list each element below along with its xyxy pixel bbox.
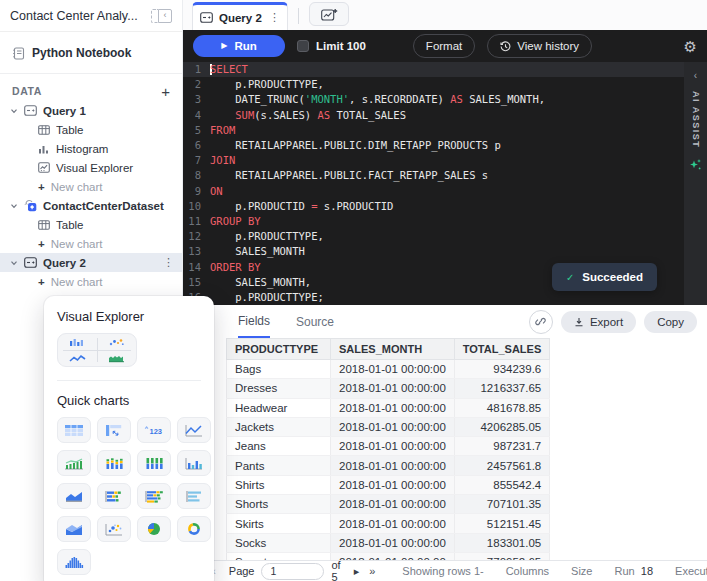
cell: Jackets [227,417,331,436]
limit-checkbox[interactable] [297,40,309,52]
code-line[interactable]: 13 SALES_MONTH [183,244,684,259]
code-line[interactable]: 8 RETAILAPPAREL.PUBLIC.FACT_RETAPP_SALES… [183,168,684,183]
table-row[interactable]: Bags2018-01-01 00:00:00934239.6 [227,360,550,379]
table-row[interactable]: Jeans2018-01-01 00:00:00987231.7 [227,437,550,456]
code-line[interactable]: 9ON [183,184,684,199]
link-button[interactable] [529,310,553,334]
sidebar-item-dataset-new-chart[interactable]: + New chart [0,234,182,253]
table-row[interactable]: Sweaters2018-01-01 00:00:00770952.65 [227,552,550,560]
sidebar-item-label: Table [56,124,174,136]
table-row[interactable]: Shorts2018-01-01 00:00:00707101.35 [227,495,550,514]
sidebar-item-query1-new-chart[interactable]: + New chart [0,177,182,196]
table-row[interactable]: Skirts2018-01-01 00:00:00512151.45 [227,514,550,533]
sidebar-collapse-icon[interactable]: ‹ [151,9,172,23]
columns-label[interactable]: Columns [506,565,549,577]
gear-icon[interactable]: ⚙ [684,39,697,54]
tab-query2[interactable]: Query 2 ⋮ [192,2,288,30]
chevron-down-icon[interactable] [10,107,18,115]
run-count-label: Run 18 [614,565,653,577]
download-icon [574,317,584,327]
cell: 2018-01-01 00:00:00 [331,475,455,494]
chevron-down-icon[interactable] [10,202,18,210]
run-button[interactable]: ▶ Run [193,35,285,57]
quick-chart-combo[interactable] [57,450,91,476]
single-value-icon: 123 [143,424,165,436]
code-line[interactable]: 4 SUM(s.SALES) AS TOTAL_SALES [183,108,684,123]
tab-source[interactable]: Source [296,305,334,338]
column-header[interactable]: SALES_MONTH [331,339,455,360]
quick-chart-area[interactable] [57,483,91,509]
line-chart-icon [184,424,204,437]
quick-chart-multi-stacked-bar[interactable] [137,483,171,509]
quick-chart-scatter[interactable] [97,516,131,542]
visual-explorer-button[interactable] [57,333,137,367]
table-row[interactable]: Shirts2018-01-01 00:00:00855542.4 [227,475,550,494]
code-line[interactable]: 11GROUP BY [183,214,684,229]
code-text: FROM [210,123,235,138]
tab-fields[interactable]: Fields [238,305,270,338]
code-line[interactable]: 12 p.PRODUCTTYPE, [183,229,684,244]
code-line[interactable]: 3 DATE_TRUNC('MONTH', s.RECORDDATE) AS S… [183,92,684,107]
quick-chart-pivot[interactable] [97,417,131,443]
view-history-button[interactable]: View history [487,34,592,58]
column-header[interactable]: PRODUCTTYPE [227,339,331,360]
last-page-icon[interactable]: » [364,566,380,577]
table-row[interactable]: Jackets2018-01-01 00:00:004206285.05 [227,417,550,436]
table-row[interactable]: Headwear2018-01-01 00:00:00481678.85 [227,398,550,417]
table-row[interactable]: Socks2018-01-01 00:00:00183301.05 [227,533,550,552]
quick-chart-donut[interactable] [177,516,211,542]
tab-kebab-icon[interactable]: ⋮ [269,12,280,23]
code-line[interactable]: 5FROM [183,123,684,138]
sidebar-item-query1-visual-explorer[interactable]: Visual Explorer [0,158,182,177]
line-number: 6 [183,138,201,153]
column-header[interactable]: TOTAL_SALES [454,339,549,360]
quick-chart-filled-area[interactable] [57,516,91,542]
size-label[interactable]: Size [571,565,592,577]
quick-chart-pie[interactable] [137,516,171,542]
code-line[interactable]: 6 RETAILAPPAREL.PUBLIC.DIM_RETAPP_PRODUC… [183,138,684,153]
quick-chart-line[interactable] [177,417,211,443]
code-line[interactable]: 1SELECT [183,62,684,77]
quick-chart-single-value[interactable]: 123 [137,417,171,443]
sidebar-item-query1[interactable]: Query 1 [0,101,182,120]
copy-button[interactable]: Copy [644,311,697,333]
kebab-menu-icon[interactable]: ⋮ [163,257,174,268]
line-number: 14 [183,260,201,275]
new-chart-tab-button[interactable] [309,2,349,26]
quick-chart-histogram[interactable] [57,549,91,575]
query-icon [24,257,37,268]
plus-icon: + [38,276,45,288]
sidebar-item-dataset-table[interactable]: Table [0,215,182,234]
cell: 934239.6 [454,360,549,379]
sidebar-item-query2-new-chart[interactable]: + New chart [0,272,182,291]
quick-chart-column[interactable] [177,450,211,476]
quick-chart-table[interactable] [57,417,91,443]
sidebar-item-query1-table[interactable]: Table [0,120,182,139]
data-section-header: DATA + [0,81,182,101]
table-row[interactable]: Pants2018-01-01 00:00:002457561.8 [227,456,550,475]
add-data-button[interactable]: + [161,84,170,99]
sidebar-item-python-notebook[interactable]: Python Notebook [0,42,182,64]
export-button[interactable]: Export [561,311,636,333]
code-line[interactable]: 10 p.PRODUCTID = s.PRODUCTID [183,199,684,214]
sidebar-item-contactcenterdataset[interactable]: ContactCenterDataset [0,196,182,215]
format-button[interactable]: Format [413,34,475,58]
cell: 1216337.65 [454,379,549,398]
code-line[interactable]: 7JOIN [183,153,684,168]
code-line[interactable]: 2 p.PRODUCTTYPE, [183,77,684,92]
ai-sparkle-icon[interactable] [689,158,702,171]
next-page-icon[interactable]: ▸ [349,566,365,577]
export-label: Export [590,316,623,328]
chevron-down-icon[interactable] [10,259,18,267]
sidebar-item-query1-histogram[interactable]: Histogram [0,139,182,158]
quick-chart-stacked-bar[interactable] [97,483,131,509]
code-line[interactable]: 16 p.PRODUCTTYPE; [183,290,684,305]
table-row[interactable]: Dresses2018-01-01 00:00:001216337.65 [227,379,550,398]
line-number: 15 [183,275,201,290]
quick-chart-bar[interactable] [177,483,211,509]
page-input[interactable] [261,563,324,580]
sidebar-item-query2[interactable]: Query 2 ⋮ [0,253,182,272]
ai-expand-chevron-icon[interactable]: ‹ [694,70,697,81]
quick-chart-stacked-column[interactable] [97,450,131,476]
quick-chart-grouped-column[interactable] [137,450,171,476]
